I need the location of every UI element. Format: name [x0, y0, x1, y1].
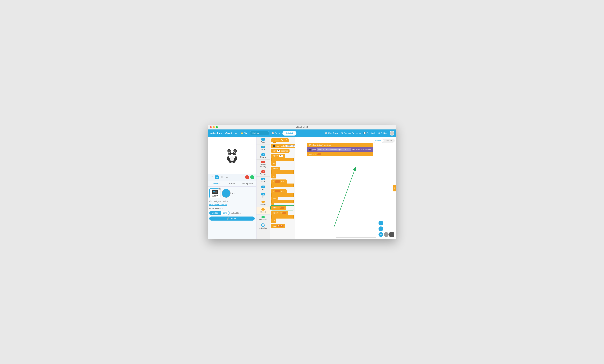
file-menu[interactable]: 📁 File: [239, 131, 249, 135]
connect-device-button[interactable]: 🔗 Connect: [209, 217, 255, 220]
svg-point-10: [230, 153, 231, 154]
fullscreen-button[interactable]: [216, 126, 218, 128]
zoom-out-button[interactable]: −: [378, 226, 383, 231]
cat-ai[interactable]: ⊕ AI: [256, 184, 270, 192]
cat-sensing[interactable]: ◉ Sensing: [256, 169, 270, 177]
brand-logo: makeblock | mBlock: [210, 132, 232, 134]
panel-tabs: Devices Sprites Background: [208, 181, 256, 187]
add-device-button[interactable]: +: [222, 189, 230, 198]
tab-sprites[interactable]: Sprites: [224, 181, 240, 186]
bottom-tools-row: ↺ ↻ =: [378, 232, 394, 237]
minimize-button[interactable]: [213, 126, 215, 128]
horizontal-scrollbar[interactable]: [336, 237, 376, 238]
close-button[interactable]: [210, 126, 212, 128]
block-restart-cyberpi[interactable]: ⚑ restart CyberPi: [271, 138, 294, 143]
mode-switch-label: Mode Switch: [209, 207, 221, 210]
cat-operators[interactable]: Operators: [256, 215, 270, 222]
cyberpi-device-card[interactable]: ✕ CyberPi: [209, 188, 220, 198]
tab-devices[interactable]: Devices: [208, 181, 224, 186]
connect-hint: Connect your device: [209, 200, 255, 203]
menu-bar: makeblock | mBlock ☁ 📁 File 💾 Save Publi…: [208, 130, 396, 137]
cat-motion-sensing[interactable]: 〜 MotionSensing: [256, 160, 270, 169]
motion-icon: 〜: [262, 161, 264, 163]
view-tiles-button[interactable]: ⊟: [225, 175, 229, 179]
menu-bar-right: 📖 User Guide ⊞ Example Programs 💬 Feedba…: [325, 131, 394, 135]
link-icon: 🔗: [227, 217, 229, 220]
cat-display[interactable]: 🖥 Display: [256, 152, 270, 160]
device-remove-button[interactable]: ✕: [218, 188, 221, 190]
zoom-in-button[interactable]: +: [378, 221, 383, 225]
sprite-preview: [208, 137, 256, 174]
cyberpi-label: CyberPi: [212, 195, 218, 197]
ai-icon: ⊕: [263, 186, 264, 188]
when-label: when CyberPi starts up: [312, 144, 331, 146]
repeat-val: 10: [278, 155, 283, 157]
undo-button[interactable]: ↺: [378, 232, 383, 237]
blocks-panel: ♪ Audio 💡 LED 🖥 Display 〜 MotionSensing …: [256, 137, 295, 239]
cat-iot-label: IoT: [262, 196, 264, 198]
canvas-when-block[interactable]: ⚑ when CyberPi starts up ⬛ print Press B…: [307, 143, 373, 157]
play-button[interactable]: [250, 175, 254, 179]
svg-point-15: [228, 160, 232, 163]
live-mode-button[interactable]: Live: [221, 211, 229, 215]
block-insert-code[interactable]: ⬛ insert code cyberpi.console.print("hel…: [271, 144, 294, 148]
block-if-else[interactable]: if then else: [271, 189, 294, 205]
extension-icon: +: [261, 223, 265, 227]
cat-iot[interactable]: ⊞ IoT: [256, 192, 270, 199]
code-toggle-button[interactable]: </>: [393, 185, 396, 191]
code-icon: ⬛: [273, 145, 275, 147]
block-stop[interactable]: stop all ▼: [271, 224, 294, 228]
block-if-then[interactable]: if then: [271, 180, 294, 188]
print-text: Press B to start line following and A to…: [317, 148, 351, 151]
svg-point-12: [231, 155, 233, 155]
cat-events[interactable]: Events: [256, 199, 270, 207]
stop-val-dropdown[interactable]: all ▼: [277, 225, 283, 227]
cat-extension[interactable]: + extension: [256, 222, 270, 230]
svg-point-4: [228, 150, 230, 152]
svg-point-11: [233, 153, 234, 154]
cat-audio[interactable]: ♪ Audio: [256, 137, 270, 145]
cat-extension-label: extension: [260, 227, 267, 229]
gear-icon: ⚙: [378, 132, 380, 134]
example-programs-link[interactable]: ⊞ Example Programs: [341, 132, 361, 134]
setting-link[interactable]: ⚙ Setting: [378, 132, 387, 134]
filename-input[interactable]: [250, 131, 269, 135]
main-content: ⛶ ⊞ ☰ ⊟ Devices Sprites Background ✕: [208, 137, 396, 239]
cat-control[interactable]: Control: [256, 207, 270, 215]
view-grid-button[interactable]: ⊞: [215, 175, 219, 179]
code-canvas: Blocks Python ⚑ when CyberPi starts up: [295, 137, 396, 239]
block-forever[interactable]: forever ↩: [271, 167, 294, 179]
tab-background[interactable]: Background: [240, 181, 256, 186]
view-expand-button[interactable]: ⛶: [210, 175, 214, 179]
user-guide-link[interactable]: 📖 User Guide: [325, 132, 338, 134]
devices-section: ✕ CyberPi + Add Connect your device How …: [208, 187, 256, 239]
redo-button[interactable]: ↻: [384, 232, 389, 237]
feedback-link[interactable]: 💬 Feedback: [363, 132, 376, 134]
how-to-use-link[interactable]: How to use device?: [209, 203, 227, 206]
cat-led[interactable]: 💡 LED: [256, 145, 270, 152]
save-icon: 💾: [272, 132, 274, 134]
publish-button[interactable]: Publish: [282, 131, 296, 135]
cloud-icon-button[interactable]: ☁: [234, 131, 238, 135]
svg-point-20: [215, 191, 216, 193]
avatar[interactable]: [390, 131, 394, 135]
fit-button[interactable]: =: [389, 232, 394, 237]
wait-until-label: wait until: [309, 153, 316, 155]
block-repeat-until[interactable]: repeat until ↩: [271, 211, 294, 223]
code-angle-icon: </>: [393, 187, 396, 189]
move-label: and move to a newline: [352, 149, 371, 151]
print-label: print: [312, 149, 316, 151]
save-button[interactable]: 💾 Save: [270, 131, 281, 135]
left-panel: ⛶ ⊞ ☰ ⊟ Devices Sprites Background ✕: [208, 137, 256, 239]
info-icon: ℹ: [222, 207, 223, 210]
block-wait-until[interactable]: wait until: [271, 206, 294, 210]
upload-mode-button[interactable]: Upload: [210, 211, 221, 215]
tab-python[interactable]: Python: [384, 139, 395, 143]
window-title: mBlock v5.4.3: [296, 126, 308, 128]
tab-blocks[interactable]: Blocks: [373, 139, 384, 143]
block-wait-seconds[interactable]: wait 1 seconds: [271, 149, 294, 153]
cat-lan[interactable]: ⊞ LAN: [256, 177, 270, 184]
stop-button[interactable]: [245, 175, 249, 179]
view-list-button[interactable]: ☰: [220, 175, 224, 179]
block-repeat[interactable]: repeat 10 ↩: [271, 154, 294, 166]
